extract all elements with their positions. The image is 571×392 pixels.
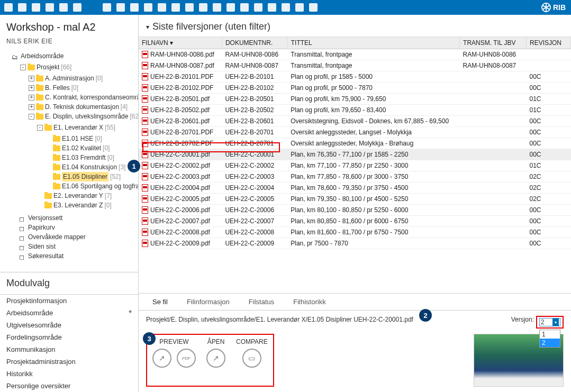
table-row[interactable]: UEH-22-B-20502.pdfUEH-22-B-20502Plan og … — [139, 105, 571, 116]
detail-tab[interactable]: Filinformasjon — [177, 294, 239, 310]
compare-button[interactable]: ▭ — [242, 349, 261, 368]
tree-item[interactable]: -E1. Leverandør X [55]E1.01 HSE [0]E1.02… — [37, 123, 138, 191]
tree-extra-item[interactable]: ◻Papirkurv — [12, 223, 138, 232]
tree-item[interactable]: +D. Teknisk dokumentasjon [4] — [29, 102, 138, 112]
tree-item[interactable]: +A. Administrasjon [0] — [29, 74, 138, 83]
table-row[interactable]: UEH-22-C-20005.pdfUEH-22-C-20005Plan, km… — [139, 194, 571, 205]
toolbar-icon[interactable] — [226, 3, 235, 12]
detail-tab[interactable]: Filhistorikk — [284, 294, 335, 310]
expand-icon[interactable]: + — [29, 76, 34, 81]
toolbar-icon[interactable] — [309, 3, 318, 12]
toolbar-icon[interactable] — [4, 3, 13, 12]
tree-extra-item[interactable]: ◻Siden sist — [12, 242, 138, 251]
table-row[interactable]: UEH-22-C-20007.pdfUEH-22-C-20007Plan, km… — [139, 216, 571, 227]
tree-item[interactable]: E1.02 Kvalitet [0] — [46, 143, 138, 153]
toolbar-icon[interactable] — [171, 3, 180, 12]
table-row[interactable]: UEH-22-C-20006.pdfUEH-22-C-20006Plan, km… — [139, 205, 571, 216]
tree-item[interactable]: E1.01 HSE [0] — [46, 134, 138, 143]
expand-icon[interactable]: - — [37, 125, 43, 131]
doc-number: UEH-22-C-20008 — [222, 227, 287, 238]
table-row[interactable]: UEH-22-B-20101.PDFUEH-22-B-20101Plan og … — [139, 71, 571, 83]
preview-pdf-button[interactable]: PDF — [177, 349, 196, 368]
column-header[interactable]: DOKUMENTNR. — [222, 37, 287, 49]
tree-item[interactable]: +C. Kontrakt, korrespondanseområdet [0] — [29, 93, 138, 102]
detail-tab[interactable]: Filstatus — [239, 294, 284, 310]
expand-icon[interactable]: - — [29, 114, 34, 120]
version-label: Versjon: — [511, 316, 534, 323]
open-button[interactable]: ↗ — [206, 349, 225, 368]
toolbar-icon[interactable] — [46, 3, 54, 12]
toolbar-icon[interactable] — [103, 3, 111, 12]
toolbar-icon[interactable] — [282, 3, 290, 12]
toolbar-icon[interactable] — [268, 3, 276, 12]
module-item[interactable]: Historikk — [0, 368, 138, 380]
toolbar-icon[interactable] — [185, 3, 194, 12]
toolbar-icon[interactable] — [254, 3, 262, 12]
tree-item[interactable]: E1.03 Fremdrift [0] — [46, 153, 138, 162]
table-row[interactable]: UEH-22-C-20001.pdfUEH-22-C-20001Plan, km… — [139, 149, 571, 160]
table-row[interactable]: UEH-22-B-20702.PDFUEH-22-B-20701Oversikt… — [139, 138, 571, 149]
toolbar-icon[interactable] — [213, 3, 221, 12]
toolbar-icon[interactable] — [240, 3, 249, 12]
preview-button[interactable]: ↗ — [152, 349, 171, 368]
file-name: UEH-22-B-20102.PDF — [150, 84, 213, 92]
table-row[interactable]: UEH-22-C-20003.pdfUEH-22-C-20003Plan, km… — [139, 171, 571, 183]
toolbar-icon[interactable] — [144, 3, 152, 12]
tree-label: Versjonssett — [28, 213, 62, 223]
tree-item[interactable]: -E. Displin, utvekslingsområde [62]-E1. … — [29, 112, 138, 210]
table-row[interactable]: UEH-22-C-20009.pdfUEH-22-C-20009Plan, pr… — [139, 238, 571, 249]
tree-extra-item[interactable]: ◻Søkeresultat — [12, 251, 138, 261]
column-header[interactable]: FILNAVN ▾ — [139, 37, 222, 49]
toolbar-icon[interactable] — [158, 3, 166, 12]
expand-icon[interactable]: + — [29, 85, 34, 91]
module-item[interactable]: Personlige oversikter — [0, 380, 138, 392]
file-grid-wrap[interactable]: FILNAVN ▾DOKUMENTNR.TITTELTRANSM. TIL JB… — [139, 37, 571, 293]
module-item[interactable]: Fordelingsområde — [0, 331, 138, 343]
table-row[interactable]: UEH-22-B-20701.PDFUEH-22-B-20701Oversikt… — [139, 127, 571, 138]
table-row[interactable]: RAM-UHN08-0087.pdfRAM-UHN08-0087Transmit… — [139, 60, 571, 71]
toolbar-icon[interactable] — [32, 3, 40, 12]
column-header[interactable]: TITTEL — [287, 37, 459, 49]
detail-tab[interactable]: Se fil — [143, 294, 177, 310]
tree-item[interactable]: E3. Leverandør Z [0] — [37, 200, 138, 210]
module-item[interactable]: Kommunikasjon — [0, 343, 138, 355]
table-row[interactable]: RAM-UHN08-0086.pdfRAM-UHN08-0086Transmit… — [139, 49, 571, 60]
module-item[interactable]: Prosjektadministrasjon — [0, 355, 138, 368]
tree-item[interactable]: E2. Leverandør Y [7] — [37, 191, 138, 200]
toolbar-icon[interactable] — [73, 3, 81, 12]
toolbar-icon[interactable] — [59, 3, 68, 12]
table-row[interactable]: UEH-22-C-20004.pdfUEH-22-C-20004Plan, km… — [139, 183, 571, 194]
expand-icon[interactable]: - — [20, 65, 26, 70]
tree-root-item[interactable]: 🗂Arbeidsområde-Prosjekt [66]+A. Administ… — [12, 51, 138, 210]
module-item[interactable]: Prosjektinformasjon — [0, 295, 138, 307]
column-header[interactable]: TRANSM. TIL JBV — [460, 37, 527, 49]
toolbar-icon[interactable] — [295, 3, 304, 12]
tree-item[interactable]: -Prosjekt [66]+A. Administrasjon [0]+B. … — [20, 62, 138, 210]
column-header[interactable]: REVISJON — [527, 37, 571, 49]
tree-item[interactable]: E1.05 Disipliner [52] — [46, 172, 138, 181]
table-row[interactable]: UEH-22-C-20008.pdfUEH-22-C-20008Plan, km… — [139, 227, 571, 238]
module-item[interactable]: Utgivelsesområde — [0, 319, 138, 331]
tree-extra-item[interactable]: ◻Overvåkede mapper — [12, 232, 138, 242]
version-select[interactable]: 2 ▾ — [539, 318, 560, 326]
expand-icon[interactable]: + — [29, 95, 34, 101]
table-row[interactable]: UEH-22-C-20002.pdfUEH-22-C-20002Plan, km… — [139, 160, 571, 171]
tree-item[interactable]: E1.04 Konstruksjon [3] — [46, 162, 138, 172]
module-item[interactable]: Arbeidsområde — [0, 307, 138, 319]
toolbar-icon[interactable] — [130, 3, 139, 12]
toolbar-icon[interactable] — [116, 3, 125, 12]
table-row[interactable]: UEH-22-B-20501.pdfUEH-22-B-20501Plan og … — [139, 94, 571, 105]
version-option[interactable]: 1 — [540, 330, 560, 339]
detail-panel: Se filFilinformasjonFilstatusFilhistorik… — [139, 293, 571, 392]
table-row[interactable]: UEH-22-B-20601.pdfUEH-22-B-20601Oversikt… — [139, 116, 571, 127]
chevron-down-icon[interactable]: ▾ — [146, 23, 149, 31]
table-row[interactable]: UEH-22-B-20102.PDFUEH-22-B-20102Plan og … — [139, 83, 571, 94]
tree-extra-item[interactable]: ◻Versjonssett — [12, 213, 138, 223]
tree-item[interactable]: +B. Felles [0] — [29, 83, 138, 93]
expand-icon[interactable]: + — [29, 104, 34, 110]
folder-tree[interactable]: 🗂Arbeidsområde-Prosjekt [66]+A. Administ… — [0, 48, 138, 272]
toolbar-icon[interactable] — [199, 3, 207, 12]
version-option[interactable]: 2 — [540, 339, 560, 347]
toolbar-icon[interactable] — [18, 3, 26, 12]
tree-item[interactable]: E1.06 Sportilgang og togframføring — [46, 181, 138, 191]
